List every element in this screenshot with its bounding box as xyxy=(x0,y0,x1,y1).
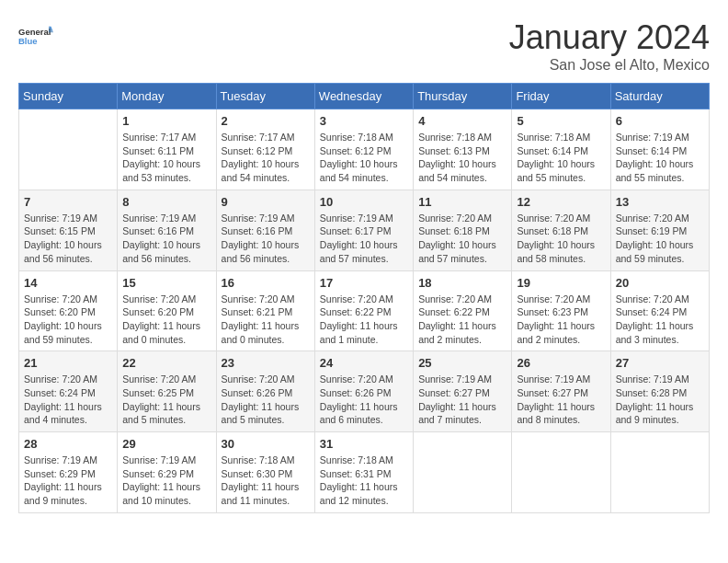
day-cell: 17Sunrise: 7:20 AM Sunset: 6:22 PM Dayli… xyxy=(314,270,413,351)
day-number: 29 xyxy=(122,437,210,451)
page-header: General Blue January 2024 San Jose el Al… xyxy=(18,18,710,74)
week-row-4: 21Sunrise: 7:20 AM Sunset: 6:24 PM Dayli… xyxy=(19,351,710,432)
day-number: 10 xyxy=(320,195,408,209)
day-cell: 10Sunrise: 7:19 AM Sunset: 6:17 PM Dayli… xyxy=(314,190,413,270)
day-number: 16 xyxy=(222,276,310,290)
day-number: 30 xyxy=(222,437,310,451)
day-number: 8 xyxy=(122,195,210,209)
day-info: Sunrise: 7:18 AM Sunset: 6:31 PM Dayligh… xyxy=(320,454,408,508)
day-cell: 11Sunrise: 7:20 AM Sunset: 6:18 PM Dayli… xyxy=(414,190,512,270)
day-info: Sunrise: 7:20 AM Sunset: 6:23 PM Dayligh… xyxy=(517,293,605,347)
day-info: Sunrise: 7:20 AM Sunset: 6:24 PM Dayligh… xyxy=(616,293,704,347)
day-cell: 12Sunrise: 7:20 AM Sunset: 6:18 PM Dayli… xyxy=(512,190,610,270)
calendar-table: SundayMondayTuesdayWednesdayThursdayFrid… xyxy=(18,83,710,513)
day-cell: 30Sunrise: 7:18 AM Sunset: 6:30 PM Dayli… xyxy=(216,432,314,513)
day-info: Sunrise: 7:20 AM Sunset: 6:24 PM Dayligh… xyxy=(24,373,112,427)
day-number: 26 xyxy=(517,356,605,370)
day-cell: 31Sunrise: 7:18 AM Sunset: 6:31 PM Dayli… xyxy=(314,432,413,513)
calendar-header-row: SundayMondayTuesdayWednesdayThursdayFrid… xyxy=(19,84,710,109)
day-number: 6 xyxy=(616,114,704,128)
day-number: 1 xyxy=(122,114,210,128)
day-number: 28 xyxy=(24,437,112,451)
day-info: Sunrise: 7:17 AM Sunset: 6:11 PM Dayligh… xyxy=(122,131,210,185)
day-number: 23 xyxy=(222,356,310,370)
day-number: 7 xyxy=(24,195,112,209)
week-row-1: 1Sunrise: 7:17 AM Sunset: 6:11 PM Daylig… xyxy=(19,109,710,190)
day-info: Sunrise: 7:19 AM Sunset: 6:27 PM Dayligh… xyxy=(418,373,506,427)
day-info: Sunrise: 7:19 AM Sunset: 6:15 PM Dayligh… xyxy=(24,212,112,266)
day-cell xyxy=(19,109,118,190)
day-info: Sunrise: 7:20 AM Sunset: 6:18 PM Dayligh… xyxy=(517,212,605,266)
header-cell-monday: Monday xyxy=(118,84,216,109)
day-info: Sunrise: 7:20 AM Sunset: 6:26 PM Dayligh… xyxy=(320,373,408,427)
day-info: Sunrise: 7:18 AM Sunset: 6:30 PM Dayligh… xyxy=(222,454,310,508)
day-cell: 26Sunrise: 7:19 AM Sunset: 6:27 PM Dayli… xyxy=(512,351,610,432)
svg-text:General: General xyxy=(18,27,51,37)
logo-svg: General Blue xyxy=(18,18,53,53)
day-number: 17 xyxy=(320,276,408,290)
header-cell-sunday: Sunday xyxy=(19,84,118,109)
day-info: Sunrise: 7:19 AM Sunset: 6:14 PM Dayligh… xyxy=(616,131,704,185)
day-number: 14 xyxy=(24,276,112,290)
day-number: 11 xyxy=(418,195,506,209)
day-number: 13 xyxy=(616,195,704,209)
day-cell: 15Sunrise: 7:20 AM Sunset: 6:20 PM Dayli… xyxy=(118,270,216,351)
day-number: 12 xyxy=(517,195,605,209)
month-title: January 2024 xyxy=(509,18,710,57)
day-number: 9 xyxy=(222,195,310,209)
day-cell xyxy=(512,432,610,513)
day-number: 21 xyxy=(24,356,112,370)
header-cell-tuesday: Tuesday xyxy=(216,84,314,109)
day-cell: 16Sunrise: 7:20 AM Sunset: 6:21 PM Dayli… xyxy=(216,270,314,351)
day-cell: 27Sunrise: 7:19 AM Sunset: 6:28 PM Dayli… xyxy=(610,351,709,432)
header-cell-saturday: Saturday xyxy=(610,84,709,109)
week-row-5: 28Sunrise: 7:19 AM Sunset: 6:29 PM Dayli… xyxy=(19,432,710,513)
day-info: Sunrise: 7:20 AM Sunset: 6:20 PM Dayligh… xyxy=(122,293,210,347)
day-cell: 8Sunrise: 7:19 AM Sunset: 6:16 PM Daylig… xyxy=(118,190,216,270)
day-cell: 3Sunrise: 7:18 AM Sunset: 6:12 PM Daylig… xyxy=(314,109,413,190)
day-number: 25 xyxy=(418,356,506,370)
day-cell: 29Sunrise: 7:19 AM Sunset: 6:29 PM Dayli… xyxy=(118,432,216,513)
day-number: 3 xyxy=(320,114,408,128)
day-cell: 22Sunrise: 7:20 AM Sunset: 6:25 PM Dayli… xyxy=(118,351,216,432)
week-row-2: 7Sunrise: 7:19 AM Sunset: 6:15 PM Daylig… xyxy=(19,190,710,270)
day-info: Sunrise: 7:19 AM Sunset: 6:27 PM Dayligh… xyxy=(517,373,605,427)
day-info: Sunrise: 7:20 AM Sunset: 6:21 PM Dayligh… xyxy=(222,293,310,347)
day-cell: 13Sunrise: 7:20 AM Sunset: 6:19 PM Dayli… xyxy=(610,190,709,270)
day-info: Sunrise: 7:20 AM Sunset: 6:26 PM Dayligh… xyxy=(222,373,310,427)
day-cell: 19Sunrise: 7:20 AM Sunset: 6:23 PM Dayli… xyxy=(512,270,610,351)
day-info: Sunrise: 7:20 AM Sunset: 6:20 PM Dayligh… xyxy=(24,293,112,347)
day-info: Sunrise: 7:20 AM Sunset: 6:22 PM Dayligh… xyxy=(320,293,408,347)
week-row-3: 14Sunrise: 7:20 AM Sunset: 6:20 PM Dayli… xyxy=(19,270,710,351)
day-number: 19 xyxy=(517,276,605,290)
day-number: 31 xyxy=(320,437,408,451)
day-info: Sunrise: 7:19 AM Sunset: 6:29 PM Dayligh… xyxy=(122,454,210,508)
day-cell xyxy=(414,432,512,513)
day-info: Sunrise: 7:19 AM Sunset: 6:16 PM Dayligh… xyxy=(122,212,210,266)
day-number: 22 xyxy=(122,356,210,370)
day-cell: 23Sunrise: 7:20 AM Sunset: 6:26 PM Dayli… xyxy=(216,351,314,432)
day-info: Sunrise: 7:20 AM Sunset: 6:22 PM Dayligh… xyxy=(418,293,506,347)
day-cell: 24Sunrise: 7:20 AM Sunset: 6:26 PM Dayli… xyxy=(314,351,413,432)
day-info: Sunrise: 7:20 AM Sunset: 6:19 PM Dayligh… xyxy=(616,212,704,266)
day-info: Sunrise: 7:18 AM Sunset: 6:13 PM Dayligh… xyxy=(418,131,506,185)
day-cell: 9Sunrise: 7:19 AM Sunset: 6:16 PM Daylig… xyxy=(216,190,314,270)
day-cell: 6Sunrise: 7:19 AM Sunset: 6:14 PM Daylig… xyxy=(610,109,709,190)
day-info: Sunrise: 7:20 AM Sunset: 6:18 PM Dayligh… xyxy=(418,212,506,266)
day-info: Sunrise: 7:19 AM Sunset: 6:17 PM Dayligh… xyxy=(320,212,408,266)
day-info: Sunrise: 7:19 AM Sunset: 6:16 PM Dayligh… xyxy=(222,212,310,266)
header-cell-wednesday: Wednesday xyxy=(314,84,413,109)
day-number: 5 xyxy=(517,114,605,128)
day-number: 2 xyxy=(222,114,310,128)
day-number: 20 xyxy=(616,276,704,290)
day-cell: 2Sunrise: 7:17 AM Sunset: 6:12 PM Daylig… xyxy=(216,109,314,190)
day-info: Sunrise: 7:19 AM Sunset: 6:29 PM Dayligh… xyxy=(24,454,112,508)
day-cell: 5Sunrise: 7:18 AM Sunset: 6:14 PM Daylig… xyxy=(512,109,610,190)
day-info: Sunrise: 7:18 AM Sunset: 6:14 PM Dayligh… xyxy=(517,131,605,185)
day-cell: 7Sunrise: 7:19 AM Sunset: 6:15 PM Daylig… xyxy=(19,190,118,270)
day-cell: 20Sunrise: 7:20 AM Sunset: 6:24 PM Dayli… xyxy=(610,270,709,351)
svg-text:Blue: Blue xyxy=(18,36,38,46)
day-info: Sunrise: 7:20 AM Sunset: 6:25 PM Dayligh… xyxy=(122,373,210,427)
day-number: 18 xyxy=(418,276,506,290)
day-number: 27 xyxy=(616,356,704,370)
